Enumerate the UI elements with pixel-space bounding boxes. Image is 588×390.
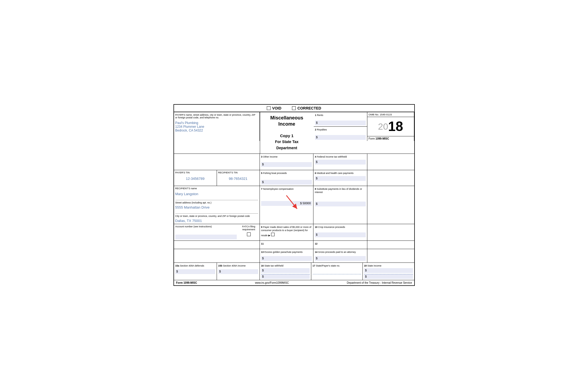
box17-cell: 17 State/Payer's state no. <box>311 263 363 280</box>
account-value <box>175 235 237 239</box>
box4-label: 4 Federal income tax withheld <box>315 155 347 158</box>
recipient-tin-cell: RECIPIENT'S TIN 98-7654321 <box>217 170 260 186</box>
form-footer: Form 1099-MISC www.irs.gov/Form1099MISC … <box>174 280 414 285</box>
box11-cell: 11 <box>260 241 314 249</box>
box15a-cell: 15a Section 409A deferrals $ <box>174 263 217 280</box>
box5-cell: 5 Fishing boat proceeds $ <box>260 170 314 186</box>
corrected-checkbox[interactable] <box>292 106 296 110</box>
box6-label: 6 Medical and health care payments <box>315 172 354 174</box>
box1-label: 1 Rents <box>315 114 323 116</box>
box16-value1: $ <box>261 268 310 273</box>
box1-cell: 1 Rents $ <box>314 112 367 127</box>
box7-amount: 50000 <box>302 202 311 205</box>
red-arrow-icon <box>281 194 302 213</box>
box17-value2 <box>313 274 361 279</box>
box15b-label: 15b Section 409A income <box>218 264 246 267</box>
void-section: VOID <box>267 106 281 110</box>
box8-cell: 8 Substitute payments in lieu of dividen… <box>313 186 367 224</box>
copy-label: Copy 1For State TaxDepartment <box>275 133 299 151</box>
box5-value: $ <box>261 180 312 185</box>
box9-checkbox[interactable] <box>271 233 275 236</box>
payer-tin-value: 12-3456789 <box>175 174 215 182</box>
footer-form-id: Form 1099-MISC <box>176 281 197 284</box>
box18-cell: 18 State income $ $ <box>363 263 414 280</box>
box15b-value: $ <box>218 269 258 274</box>
box9-label: 9 Payer made direct sales of $5,000 or m… <box>261 226 312 237</box>
box2-value: $ <box>315 135 366 140</box>
box6-value: $ <box>315 176 366 181</box>
corrected-label: CORRECTED <box>297 106 321 110</box>
box1-box2-cell: 1 Rents $ 2 Royalties $ <box>314 112 367 141</box>
city-label: City or town, state or province, country… <box>175 215 258 217</box>
box12-label: 12 <box>315 242 317 245</box>
box2-cell: 2 Royalties $ <box>314 127 367 141</box>
omb-row: OMB No. 1545-0115 <box>367 112 414 117</box>
box15a-label: 15a Section 409A deferrals <box>175 264 204 267</box>
box6-cell: 6 Medical and health care payments $ <box>313 170 367 186</box>
corrected-section: CORRECTED <box>292 106 321 110</box>
box17-value1 <box>313 268 361 273</box>
box16-cell: 16 State tax withheld $ $ <box>260 263 311 280</box>
box13-value: $ <box>261 256 312 261</box>
account-label: Account number (see instructions) <box>175 225 237 228</box>
box11-label: 11 <box>261 242 264 245</box>
street-value: 5555 Manhattan Drive <box>175 205 258 209</box>
void-checkbox[interactable] <box>267 106 271 110</box>
recipient-name-cell: RECIPIENT'S name Mary Langston Street ad… <box>174 186 260 224</box>
footer-dept: Department of the Treasury - Internal Re… <box>347 281 412 284</box>
box3-value: $ <box>261 162 312 167</box>
box18-value2: $ <box>364 274 413 279</box>
box8-label: 8 Substitute payments in lieu of dividen… <box>315 188 362 194</box>
street-label: Street address (including apt. no.) <box>175 201 258 204</box>
box12-cell: 12 <box>313 241 367 249</box>
recipient-name-value: Mary Langston <box>175 192 258 196</box>
recipient-tin-label: RECIPIENT'S TIN <box>218 171 258 174</box>
box11-12-row: 11 12 <box>174 241 414 249</box>
account-fatca-cell: Account number (see instructions) FATCA … <box>174 224 260 240</box>
misc-income-title: MiscellaneousIncome <box>270 115 303 127</box>
year-display: 20 18 <box>367 117 414 136</box>
box15b-cell: 15b Section 409A income $ <box>217 263 260 280</box>
payer-tin-label: PAYER'S TIN <box>175 171 215 174</box>
row1: PAYER'S name, street address, city or to… <box>174 112 414 154</box>
omb-year-cell: OMB No. 1545-0115 20 18 Form 1099-MISC <box>367 112 414 141</box>
box4-value: $ <box>315 160 366 165</box>
fatca-label: FATCA filingrequirement <box>239 225 258 231</box>
box2-label: 2 Royalties <box>315 128 327 131</box>
box14-cell: 14 Gross proceeds paid to an attorney $ <box>313 249 367 263</box>
fatca-checkbox[interactable] <box>247 232 251 236</box>
box7-label: 7 Nonemployee compensation <box>261 188 294 190</box>
arrow-annotation <box>281 194 302 213</box>
spacer-cell <box>174 241 260 249</box>
box8-value: $ <box>315 202 366 206</box>
account-section: Account number (see instructions) <box>175 225 237 239</box>
box16-label: 16 State tax withheld <box>261 264 284 267</box>
payer-name: Paul's Plumbing <box>175 121 258 125</box>
tin-row: PAYER'S TIN 12-3456789 RECIPIENT'S TIN 9… <box>174 170 414 186</box>
box9-10-row: Account number (see instructions) FATCA … <box>174 224 414 241</box>
box17-label: 17 State/Payer's state no. <box>313 264 340 267</box>
footer-url: www.irs.gov/Form1099MISC <box>255 281 289 284</box>
box3-cell: 3 Other income $ <box>260 154 314 170</box>
header-row: VOID CORRECTED <box>174 105 414 112</box>
box10-cell: 10 Crop insurance proceeds $ <box>313 224 367 240</box>
box5-label: 5 Fishing boat proceeds <box>261 172 287 174</box>
box15-row: 15a Section 409A deferrals $ 15b Section… <box>174 263 414 280</box>
box1-value: $ <box>315 121 366 125</box>
box13-14-row: 13 Excess golden parachute payments $ 14… <box>174 249 414 263</box>
box16-value2: $ <box>261 274 310 279</box>
recipient-name-label: RECIPIENT'S name <box>175 187 258 190</box>
recipient-row: RECIPIENT'S name Mary Langston Street ad… <box>174 186 414 224</box>
box7-cell: 7 Nonemployee compensation $ 50000 <box>260 186 314 224</box>
box14-label: 14 Gross proceeds paid to an attorney <box>315 251 356 253</box>
box18-value1: $ <box>364 268 413 273</box>
svg-line-1 <box>286 195 297 209</box>
row2: 3 Other income $ 4 Federal income tax wi… <box>174 154 414 170</box>
payer-section-label: PAYER'S name, street address, city or to… <box>175 114 258 119</box>
box10-label: 10 Crop insurance proceeds <box>315 226 345 228</box>
spacer-cell2 <box>174 249 260 263</box>
payer-address: 1234 Plummer Lane <box>175 125 258 129</box>
city-value: Dallas, TX 75001 <box>175 219 258 223</box>
payer-info-cell: PAYER'S name, street address, city or to… <box>174 112 260 141</box>
box9-cell: 9 Payer made direct sales of $5,000 or m… <box>260 224 314 240</box>
